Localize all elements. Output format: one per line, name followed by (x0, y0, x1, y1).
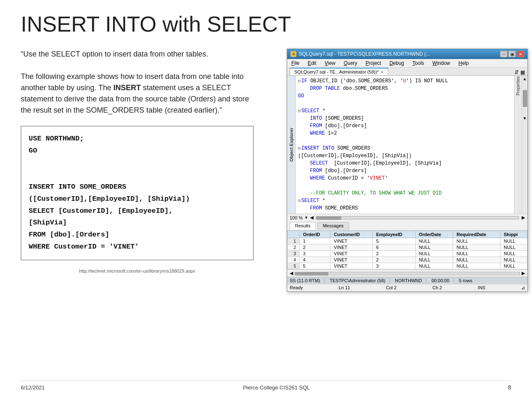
scroll-left-icon[interactable]: ◀ (310, 215, 313, 220)
sql-window: ⚙ SQLQuery7.sql - TESTPC\SQLEXPRESS.NORT… (287, 49, 528, 292)
status-user: TESTPC\Administrator (58) (330, 278, 390, 283)
menu-debug[interactable]: Debug (388, 60, 406, 66)
menu-bar: File Edit View Query Project Debug Tools… (287, 59, 527, 68)
title-bar: ⚙ SQLQuery7.sql - TESTPC\SQLEXPRESS.NORT… (287, 49, 527, 59)
properties-icon[interactable]: ▦ (520, 69, 525, 75)
scroll-up-icon[interactable]: ▲ (522, 76, 528, 82)
close-button[interactable]: ✕ (517, 51, 524, 57)
table-row: 55VINET3NULLNULLNULL (288, 263, 527, 269)
code-line: USE NORTHWND; (29, 133, 246, 145)
results-scroll-left[interactable]: ◀ (290, 271, 293, 276)
code-line: INSERT INTO SOME_ORDERS (29, 181, 246, 193)
col-header-customerid: CustomerID (330, 231, 373, 238)
col-header-rownum (288, 231, 300, 238)
table-cell: NULL (500, 263, 527, 269)
code-editor-line: ([CustomerID],[EmployeeID], [ShipVia]) (298, 152, 512, 160)
results-tab-results[interactable]: Results (290, 222, 316, 229)
table-cell: 3 (299, 251, 330, 257)
code-editor-line: --FOR CLARITY ONLY, TO SHOW WHAT WE JUST… (298, 190, 512, 197)
vertical-scrollbar[interactable]: ▲ ▼ (522, 76, 527, 214)
table-cell: VINET (330, 263, 373, 269)
desc-line1: “Use the SELECT option to insert data fr… (21, 50, 208, 58)
code-line: FROM [dbo].[Orders] (29, 229, 246, 241)
code-editor-line: INTO [SOME_ORDERS] (298, 115, 512, 122)
tab-close-icon[interactable]: ✕ (380, 70, 384, 74)
properties-label: Properties (516, 76, 520, 96)
code-editor-line (298, 137, 512, 145)
table-header-row: OrderID CustomerID EmployeeID OrderDate … (288, 231, 527, 238)
table-cell: NULL (500, 251, 527, 257)
collapse-icon[interactable]: ⊟ (298, 108, 300, 114)
maximize-button[interactable]: ▣ (508, 51, 516, 57)
table-cell: NULL (415, 263, 453, 269)
code-line (29, 169, 246, 181)
object-explorer-panel: Object Explorer (287, 76, 296, 214)
menu-window[interactable]: Window (431, 60, 452, 66)
resize-icon[interactable]: ⊿ (521, 285, 525, 291)
code-line: GO (29, 145, 246, 157)
zoom-dropdown-icon[interactable]: ▾ (305, 215, 308, 220)
description: “Use the SELECT option to insert data fr… (21, 49, 254, 116)
cell-rownum: 5 (288, 263, 300, 269)
zoom-bar: 100 % ▾ ◀ ▶ (287, 214, 527, 221)
ssms-icon: ⚙ (291, 51, 296, 57)
code-editor-line: ⊟SELECT * (298, 197, 512, 204)
reference-link: http://technet.microsoft.com/en-us/libra… (21, 268, 254, 273)
results-h-thumb[interactable] (295, 272, 328, 276)
code-editor-line: WHERE CustomerID = 'VINET' (298, 175, 512, 182)
menu-query[interactable]: Query (342, 60, 359, 66)
menu-file[interactable]: File (290, 60, 301, 66)
table-cell: NULL (500, 257, 527, 263)
code-editor-line: ⊟INSERT INTO SOME_ORDERS (298, 145, 512, 152)
scroll-right-icon[interactable]: ▶ (522, 215, 525, 220)
table-row: 33VINET2NULLNULLNULL (288, 251, 527, 257)
scrollbar-thumb[interactable] (523, 90, 527, 107)
left-panel: “Use the SELECT option to insert data fr… (21, 49, 254, 273)
editor-body: Object Explorer ⊟IF OBJECT_ID ('dbo.SOME… (287, 76, 527, 214)
results-table-wrapper: OrderID CustomerID EmployeeID OrderDate … (287, 231, 527, 269)
footer-page: 8 (508, 384, 511, 391)
ready-status: Ready (290, 285, 303, 291)
horizontal-scrollbar[interactable] (316, 216, 519, 219)
menu-help[interactable]: Help (457, 60, 470, 66)
menu-edit[interactable]: Edit (306, 60, 318, 66)
table-cell: 3 (373, 263, 416, 269)
table-cell: 6 (373, 244, 416, 251)
table-cell: NULL (415, 257, 453, 263)
menu-tools[interactable]: Tools (411, 60, 426, 66)
menu-project[interactable]: Project (364, 60, 383, 66)
code-line: SELECT [CustomerID], [EmployeeID], (29, 205, 246, 217)
tab-bar: SQLQuery7.sql - TE...Administrator (58))… (287, 68, 527, 76)
collapse-icon[interactable]: ⊟ (298, 145, 300, 152)
page-title: INSERT INTO with SELECT (21, 12, 511, 36)
menu-view[interactable]: View (323, 60, 337, 66)
footer-date: 6/12/2021 (21, 384, 45, 391)
results-tab-messages[interactable]: Messages (318, 222, 349, 229)
results-tabs: Results Messages (287, 221, 527, 231)
collapse-icon[interactable]: ⊟ (298, 78, 300, 84)
collapse-icon[interactable]: ⊟ (298, 198, 300, 204)
code-editor-line: GO (298, 92, 512, 100)
status-rows: 5 rows (459, 278, 472, 283)
code-line: WHERE CustomerID = 'VINET' (29, 241, 246, 253)
minimize-button[interactable]: ─ (500, 51, 507, 57)
results-scrollbar[interactable]: ◀ ▶ (287, 269, 527, 277)
col-header-orderid: OrderID (299, 231, 330, 238)
window-controls[interactable]: ─ ▣ ✕ (500, 51, 524, 57)
results-h-scrollbar[interactable] (295, 272, 520, 275)
code-line (29, 157, 246, 169)
h-scrollbar-thumb[interactable] (316, 217, 341, 220)
table-cell: VINET (330, 244, 373, 251)
code-editor-line: ⊟SELECT * (298, 107, 512, 115)
query-tab[interactable]: SQLQuery7.sql - TE...Administrator (58))… (290, 68, 388, 75)
scroll-down-icon[interactable]: ▼ (522, 115, 528, 121)
properties-panel: Properties (514, 76, 522, 214)
ready-mode: INS (478, 285, 485, 291)
ready-bar: Ready Ln 11 Col 2 Ch 2 INS ⊿ (287, 284, 527, 291)
results-scroll-right[interactable]: ▶ (522, 271, 525, 276)
tab-label: SQLQuery7.sql - TE...Administrator (58))… (294, 69, 379, 74)
col-header-orderdate: OrderDate (415, 231, 453, 238)
code-editor[interactable]: ⊟IF OBJECT_ID ('dbo.SOME_ORDERS', 'U') I… (296, 76, 514, 214)
footer-center: Pierce College CIS261 SQL (243, 384, 310, 391)
pin-icon[interactable]: ⇵ (515, 69, 519, 75)
